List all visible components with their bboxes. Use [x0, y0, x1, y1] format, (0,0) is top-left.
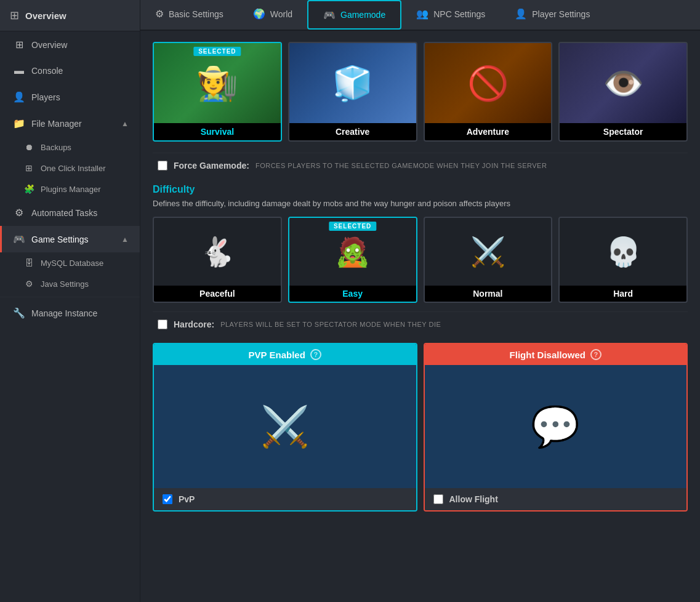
plugins-icon: 🧩: [23, 184, 34, 194]
adventure-emoji: 🚫: [467, 64, 509, 103]
force-gamemode-checkbox[interactable]: [158, 161, 167, 171]
flight-card-header: Flight Disallowed ?: [425, 344, 687, 365]
gamemode-card-survival[interactable]: SELECTED 🧑‍🌾 Survival: [153, 42, 282, 142]
sidebar-item-java[interactable]: ⚙ Java Settings: [0, 273, 140, 294]
flight-title: Flight Disallowed: [510, 350, 585, 360]
sidebar-label-players: Players: [31, 92, 60, 102]
world-tab-icon: 🌍: [253, 8, 265, 20]
sidebar-item-players[interactable]: 👤 Players: [0, 84, 140, 110]
automated-icon: ⚙: [13, 207, 25, 219]
normal-emoji: ⚔️: [470, 235, 505, 268]
difficulty-card-peaceful[interactable]: 🐇 Peaceful: [153, 217, 282, 303]
sidebar-item-mysql[interactable]: 🗄 MySQL Database: [0, 252, 140, 273]
tab-gamemode[interactable]: 🎮 Gamemode: [307, 0, 401, 30]
sidebar-divider: [0, 297, 140, 297]
hardcore-desc: PLAYERS WILL BE SET TO SPECTATOR MODE WH…: [220, 321, 441, 328]
tab-player-settings[interactable]: 👤 Player Settings: [500, 0, 605, 30]
force-gamemode-row: Force Gamemode: FORCES PLAYERS TO THE SE…: [153, 153, 688, 178]
sidebar-item-backups[interactable]: ⏺ Backups: [0, 137, 140, 158]
pvp-card-header: PVP Enabled ?: [154, 344, 416, 365]
players-icon: 👤: [13, 91, 25, 103]
survival-card-image: SELECTED 🧑‍🌾: [154, 43, 281, 123]
sidebar-item-console[interactable]: ▬ Console: [0, 58, 140, 84]
difficulty-desc: Defines the difficulty, including damage…: [153, 199, 688, 208]
pvp-card-footer: PvP: [154, 488, 416, 510]
flight-card-image: 💬: [425, 365, 687, 488]
java-icon: ⚙: [23, 279, 34, 289]
hardcore-row: Hardcore: PLAYERS WILL BE SET TO SPECTAT…: [153, 311, 688, 337]
one-click-icon: ⊞: [23, 163, 34, 173]
pvp-checkbox[interactable]: [163, 494, 172, 504]
content-area: SELECTED 🧑‍🌾 Survival 🧊 Creative 🚫 Adven…: [140, 31, 700, 602]
main-content: ⚙ Basic Settings 🌍 World 🎮 Gamemode 👥 NP…: [140, 0, 700, 602]
flight-card-footer: Allow Flight: [425, 488, 687, 510]
sidebar: ⊞ Overview ⊞ Overview ▬ Console 👤 Player…: [0, 0, 140, 602]
survival-card-label: Survival: [154, 123, 281, 140]
hardcore-checkbox[interactable]: [158, 319, 167, 329]
survival-emoji: 🧑‍🌾: [196, 64, 238, 103]
tab-world[interactable]: 🌍 World: [238, 0, 307, 30]
adventure-card-label: Adventure: [425, 123, 552, 140]
game-settings-icon: 🎮: [13, 233, 25, 245]
gamemode-tab-icon: 🎮: [323, 9, 336, 21]
tab-label-player-settings: Player Settings: [532, 9, 590, 19]
difficulty-title: Difficulty: [153, 184, 688, 195]
tab-bar: ⚙ Basic Settings 🌍 World 🎮 Gamemode 👥 NP…: [140, 0, 700, 31]
gamemode-card-adventure[interactable]: 🚫 Adventure: [424, 42, 553, 142]
sidebar-item-manage-instance[interactable]: 🔧 Manage Instance: [0, 300, 140, 326]
hardcore-label: Hardcore:: [174, 319, 214, 329]
pvp-card-image: ⚔️: [154, 365, 416, 488]
backups-icon: ⏺: [23, 142, 34, 152]
sidebar-label-overview: Overview: [31, 40, 67, 50]
tab-npc-settings[interactable]: 👥 NPC Settings: [401, 0, 500, 30]
tab-basic-settings[interactable]: ⚙ Basic Settings: [140, 0, 238, 30]
sidebar-label-mysql: MySQL Database: [41, 259, 103, 268]
gamemode-card-spectator[interactable]: 👁️ Spectator: [558, 42, 688, 142]
sidebar-label-manage-instance: Manage Instance: [31, 308, 97, 318]
tab-label-basic: Basic Settings: [169, 9, 223, 19]
difficulty-card-easy[interactable]: SELECTED 🧟 Easy: [288, 217, 417, 303]
player-settings-tab-icon: 👤: [515, 8, 527, 20]
survival-selected-badge: SELECTED: [193, 47, 241, 56]
flight-label: Allow Flight: [449, 494, 498, 504]
sidebar-item-overview[interactable]: ⊞ Overview: [0, 31, 140, 58]
difficulty-grid: 🐇 Peaceful SELECTED 🧟 Easy ⚔️ Normal: [153, 217, 688, 303]
creative-emoji: 🧊: [332, 64, 373, 103]
flight-toggle-card[interactable]: Flight Disallowed ? 💬 Allow Flight: [424, 343, 688, 512]
hard-emoji: 💀: [606, 235, 641, 268]
gamemode-grid: SELECTED 🧑‍🌾 Survival 🧊 Creative 🚫 Adven…: [153, 42, 688, 142]
sidebar-label-plugins: Plugins Manager: [41, 185, 101, 194]
sidebar-item-plugins[interactable]: 🧩 Plugins Manager: [0, 179, 140, 199]
sidebar-label-one-click: One Click Installer: [41, 164, 105, 173]
flight-image-emoji: 💬: [531, 404, 580, 450]
sidebar-item-one-click[interactable]: ⊞ One Click Installer: [0, 158, 140, 179]
difficulty-card-normal[interactable]: ⚔️ Normal: [424, 217, 553, 303]
sidebar-item-automated[interactable]: ⚙ Automated Tasks: [0, 199, 140, 226]
creative-card-label: Creative: [289, 123, 416, 140]
npc-tab-icon: 👥: [416, 8, 428, 20]
flight-checkbox[interactable]: [433, 494, 443, 504]
peaceful-card-label: Peaceful: [154, 286, 281, 302]
gamemode-card-creative[interactable]: 🧊 Creative: [288, 42, 417, 142]
file-manager-expand-icon: ▲: [121, 119, 129, 128]
sidebar-item-file-manager[interactable]: 📁 File Manager ▲: [0, 110, 140, 137]
easy-emoji: 🧟: [335, 235, 370, 268]
tab-label-npc: NPC Settings: [433, 9, 485, 19]
easy-selected-badge: SELECTED: [329, 222, 376, 231]
basic-settings-tab-icon: ⚙: [155, 8, 164, 20]
toggle-grid: PVP Enabled ? ⚔️ PvP Flight Disallowed ?: [153, 343, 688, 512]
tab-label-world: World: [270, 9, 292, 19]
sidebar-label-console: Console: [31, 66, 63, 76]
sidebar-title: Overview: [25, 10, 66, 21]
spectator-card-image: 👁️: [560, 43, 686, 123]
game-settings-expand-icon: ▲: [121, 235, 129, 244]
sidebar-item-game-settings[interactable]: 🎮 Game Settings ▲: [0, 226, 140, 252]
difficulty-card-hard[interactable]: 💀 Hard: [558, 217, 688, 303]
overview-icon: ⊞: [13, 39, 25, 50]
pvp-help-icon[interactable]: ?: [310, 349, 321, 360]
pvp-toggle-card[interactable]: PVP Enabled ? ⚔️ PvP: [153, 343, 417, 512]
hard-card-label: Hard: [560, 286, 686, 302]
flight-help-icon[interactable]: ?: [590, 349, 601, 360]
peaceful-emoji: 🐇: [199, 235, 235, 268]
force-gamemode-desc: FORCES PLAYERS TO THE SELECTED GAMEMODE …: [255, 162, 547, 169]
